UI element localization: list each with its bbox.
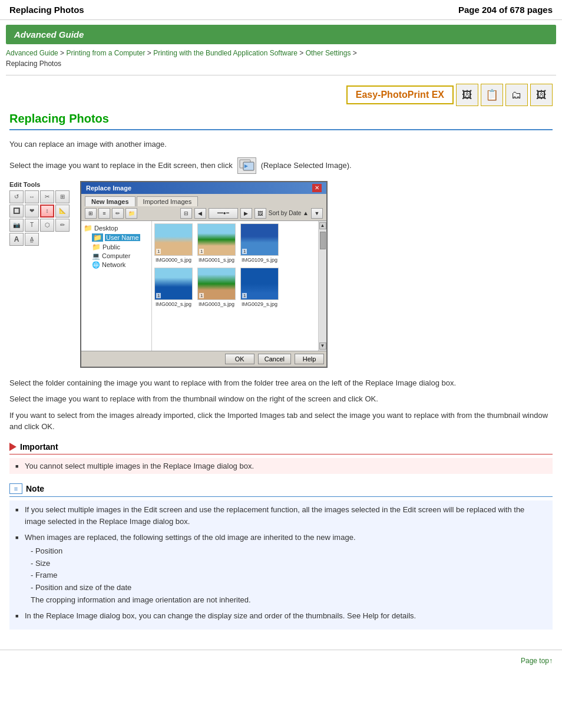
dialog-area: Edit Tools ↺ ↔ ✂ ⊞ 🔲 ❤ ↕ 📐 📷 T ⬡ ✏ A bbox=[9, 181, 553, 368]
tree-item-public[interactable]: 📁 Public bbox=[92, 242, 149, 252]
tool-a[interactable]: A bbox=[9, 233, 24, 246]
scroll-down[interactable]: ▼ bbox=[319, 342, 326, 350]
breadcrumb-other-settings[interactable]: Other Settings bbox=[306, 49, 351, 57]
edit-tools-row-4: A A̲ bbox=[9, 233, 74, 246]
dialog-cancel-button[interactable]: Cancel bbox=[258, 354, 291, 364]
edit-tools-row-1: ↺ ↔ ✂ ⊞ bbox=[9, 190, 74, 203]
thumb-counter-5: 1 bbox=[199, 293, 204, 298]
thumb-counter-4: 1 bbox=[156, 293, 161, 298]
edit-tools-row-3: 📷 T ⬡ ✏ bbox=[9, 219, 74, 232]
thumb-counter-6: 1 bbox=[242, 293, 247, 298]
thumb-img-2: 1 bbox=[197, 223, 236, 256]
edit-tools-panel: Edit Tools ↺ ↔ ✂ ⊞ 🔲 ❤ ↕ 📐 📷 T ⬡ ✏ A bbox=[9, 181, 74, 247]
toolbar-slider[interactable]: ━━●━ bbox=[209, 208, 238, 219]
breadcrumb-printing-from[interactable]: Printing from a Computer bbox=[66, 49, 145, 57]
folder-icon-username: 📁 bbox=[92, 233, 103, 242]
tool-pen[interactable]: ✏ bbox=[55, 219, 70, 232]
thumb-img-3: 1 bbox=[240, 223, 279, 256]
breadcrumb-advanced-guide[interactable]: Advanced Guide bbox=[6, 49, 58, 57]
thumb-item-2[interactable]: 1 IMG0001_s.jpg bbox=[197, 223, 236, 263]
thumb-item-3[interactable]: 1 IMG0109_s.jpg bbox=[240, 223, 279, 263]
tool-layout[interactable]: 📐 bbox=[55, 205, 70, 218]
tree-children: 📁 User Name 📁 Public 💻 Computer 🌐 bbox=[92, 233, 149, 269]
page-top-section: Page top↑ bbox=[0, 650, 562, 671]
dialog-help-button[interactable]: Help bbox=[295, 354, 324, 364]
note-title: Note bbox=[26, 484, 44, 493]
dialog-tabs: New Images Imported Images bbox=[81, 194, 326, 206]
toolbar-btn-nav1[interactable]: ◀ bbox=[194, 208, 206, 219]
toolbar-btn-view2[interactable]: 🖼 bbox=[254, 208, 266, 219]
toolbar-btn-1[interactable]: ⊞ bbox=[85, 208, 97, 219]
note-item-1: If you select multiple images in the Edi… bbox=[15, 504, 547, 529]
computer-icon: 💻 bbox=[92, 252, 100, 260]
scroll-up[interactable]: ▲ bbox=[319, 222, 326, 229]
tool-shape[interactable]: ⬡ bbox=[40, 219, 54, 232]
thumb-img-4: 1 bbox=[154, 268, 193, 300]
tree-item-username[interactable]: 📁 User Name bbox=[92, 233, 149, 242]
dialog-close-button[interactable]: ✕ bbox=[312, 184, 322, 192]
note-section: ≡ Note If you select multiple images in … bbox=[9, 483, 553, 630]
edit-tools-label: Edit Tools bbox=[9, 181, 74, 188]
toolbar-btn-2[interactable]: ≡ bbox=[98, 208, 110, 219]
tree-item-desktop[interactable]: 📁 Desktop bbox=[84, 223, 149, 233]
note-subitem-3: - Frame bbox=[31, 569, 547, 582]
thumb-img-6: 1 bbox=[240, 268, 279, 300]
page-title-header: Replacing Photos bbox=[9, 5, 84, 15]
app-name-box: Easy-PhotoPrint EX bbox=[346, 85, 454, 104]
note-subitem-5: The cropping information and image orien… bbox=[31, 594, 547, 607]
tab-imported-images[interactable]: Imported Images bbox=[137, 196, 199, 206]
app-header-row: Easy-PhotoPrint EX 🖼 📋 🗂 🖼 bbox=[9, 84, 553, 106]
thumb-item-6[interactable]: 1 IMG0029_s.jpg bbox=[240, 268, 279, 307]
replace-image-dialog: Replace Image ✕ New Images Imported Imag… bbox=[80, 181, 328, 368]
tool-text[interactable]: T bbox=[25, 219, 39, 232]
tab-new-images[interactable]: New Images bbox=[85, 196, 135, 206]
tree-label-computer: Computer bbox=[102, 252, 130, 259]
toolbar-right: ⊟ ◀ ━━●━ ▶ 🖼 Sort by Date ▲ ▼ bbox=[180, 208, 323, 219]
thumb-item-4[interactable]: 1 IMG0002_s.jpg bbox=[154, 268, 193, 307]
app-icon-2: 📋 bbox=[481, 84, 503, 106]
page-top-link[interactable]: Page top↑ bbox=[521, 657, 553, 665]
tool-replace[interactable]: ↕ bbox=[40, 205, 54, 218]
note-subitem-2: - Size bbox=[31, 558, 547, 570]
tool-photo[interactable]: 📷 bbox=[9, 219, 24, 232]
toolbar-btn-nav2[interactable]: ▶ bbox=[240, 208, 252, 219]
thumb-img-1: 1 bbox=[154, 223, 193, 256]
note-icon: ≡ bbox=[9, 483, 22, 494]
breadcrumb-bundled-software[interactable]: Printing with the Bundled Application So… bbox=[153, 49, 297, 57]
tool-crop[interactable]: ✂ bbox=[40, 190, 54, 203]
thumb-item-1[interactable]: 1 IMG0000_s.jpg bbox=[154, 223, 193, 263]
tool-n[interactable]: A̲ bbox=[25, 233, 39, 246]
thumb-item-5[interactable]: 1 IMG0003_s.jpg bbox=[197, 268, 236, 307]
tool-flip[interactable]: ↔ bbox=[25, 190, 39, 203]
toolbar-btn-3[interactable]: ✏ bbox=[112, 208, 124, 219]
tree-label-public: Public bbox=[103, 243, 120, 251]
tool-stamp[interactable]: ❤ bbox=[25, 205, 39, 218]
tool-frame[interactable]: 🔲 bbox=[9, 205, 24, 218]
advanced-guide-label: Advanced Guide bbox=[14, 29, 84, 39]
toolbar-btn-view[interactable]: ⊟ bbox=[180, 208, 192, 219]
important-list: You cannot select multiple images in the… bbox=[15, 462, 547, 470]
tree-item-computer[interactable]: 💻 Computer bbox=[92, 252, 149, 261]
toolbar-btn-sort[interactable]: ▼ bbox=[311, 208, 323, 219]
dialog-ok-button[interactable]: OK bbox=[225, 354, 254, 364]
important-section: Important You cannot select multiple ima… bbox=[9, 442, 553, 474]
tool-adjust[interactable]: ⊞ bbox=[55, 190, 70, 203]
tree-item-network[interactable]: 🌐 Network bbox=[92, 261, 149, 269]
instruction-suffix: (Replace Selected Image). bbox=[261, 161, 352, 170]
desc-text-1: Select the folder containing the image y… bbox=[9, 377, 553, 389]
toolbar-left: ⊞ ≡ ✏ 📁 bbox=[85, 208, 137, 219]
thumb-label-2: IMG0001_s.jpg bbox=[199, 257, 234, 263]
toolbar-btn-4[interactable]: 📁 bbox=[125, 208, 137, 219]
desc-text-2: Select the image you want to replace wit… bbox=[9, 393, 553, 405]
important-content: You cannot select multiple images in the… bbox=[9, 458, 553, 474]
dialog-toolbar: ⊞ ≡ ✏ 📁 ⊟ ◀ ━━●━ ▶ 🖼 Sort by Date ▲ ▼ bbox=[81, 206, 326, 221]
scroll-thumb[interactable] bbox=[320, 232, 326, 249]
folder-icon-desktop: 📁 bbox=[84, 224, 92, 232]
tool-rotate[interactable]: ↺ bbox=[9, 190, 24, 203]
dialog-scrollbar: ▲ ▼ bbox=[318, 221, 326, 351]
instruction-row: Select the image you want to replace in … bbox=[9, 157, 553, 174]
app-icon-3: 🗂 bbox=[505, 84, 528, 106]
sort-label: Sort by Date ▲ bbox=[269, 210, 309, 216]
header-divider bbox=[6, 75, 556, 75]
note-content: If you select multiple images in the Edi… bbox=[9, 500, 553, 630]
